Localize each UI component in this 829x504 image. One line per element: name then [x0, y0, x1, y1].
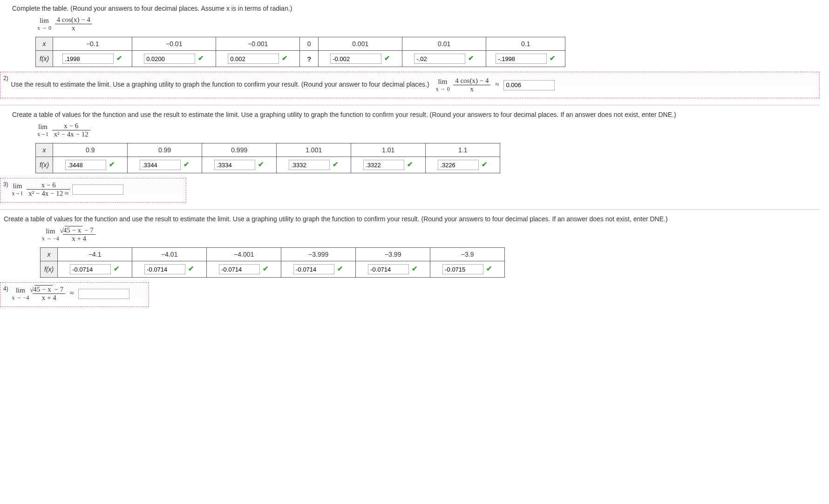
q2-prompt: Use the result to estimate the limit. Us…	[11, 81, 429, 88]
x-col: −0.01	[132, 37, 216, 51]
x-col: 1.001	[277, 143, 351, 157]
fx-input[interactable]	[70, 264, 111, 274]
check-icon: ✔	[486, 265, 492, 273]
x-col: −3.99	[356, 248, 430, 261]
x-col: 1.1	[426, 143, 500, 157]
check-icon: ✔	[116, 54, 122, 62]
x-header: x	[41, 248, 58, 261]
q4-prompt: Create a table of values for the functio…	[4, 215, 820, 223]
check-icon: ✔	[109, 160, 115, 169]
check-icon: ✔	[407, 160, 413, 169]
check-icon: ✔	[550, 54, 556, 62]
fx-header: f(x)	[41, 261, 58, 278]
x-col: −4.1	[58, 248, 132, 261]
check-icon: ✔	[198, 54, 204, 62]
check-icon: ✔	[183, 160, 190, 169]
q4-box: 4) limx → −4 45 − x − 7x + 4 ≈	[0, 282, 149, 307]
x-col: 0.999	[202, 143, 277, 157]
check-icon: ✔	[468, 54, 474, 62]
x-col: −3.999	[281, 248, 356, 261]
center-qmark: ?	[307, 55, 311, 63]
fx-input[interactable]	[293, 264, 334, 274]
check-icon: ✔	[263, 265, 269, 273]
x-col: −4.01	[132, 248, 207, 261]
x-col: 0.1	[486, 37, 565, 51]
q3-box: 3) limx→1 x − 6x² − 4x − 12 ≈	[0, 178, 186, 203]
fx-input[interactable]	[363, 160, 404, 170]
x-col: 0.001	[319, 37, 402, 51]
q3-table: x 0.9 0.99 0.999 1.001 1.01 1.1 f(x) ✔ ✔…	[35, 143, 500, 173]
fx-input[interactable]	[214, 160, 255, 170]
q4-answer-input[interactable]	[78, 289, 129, 299]
q2-number: 2)	[3, 75, 8, 82]
check-icon: ✔	[482, 160, 488, 169]
q1-prompt: Complete the table. (Round your answers …	[12, 5, 820, 12]
q4-number: 4)	[3, 286, 8, 292]
divider	[0, 209, 820, 210]
check-icon: ✔	[384, 54, 390, 62]
fx-input[interactable]	[219, 264, 260, 274]
fx-input[interactable]	[414, 54, 465, 64]
fx-input[interactable]	[65, 160, 106, 170]
divider	[0, 105, 820, 105]
q3-number: 3)	[3, 181, 8, 188]
fx-input[interactable]	[330, 54, 381, 64]
q4-ans-formula: limx → −4 45 − x − 7x + 4 ≈	[12, 286, 77, 302]
x-header: x	[36, 143, 53, 157]
fx-input[interactable]	[438, 160, 479, 170]
x-col: −0.001	[216, 37, 300, 51]
check-icon: ✔	[114, 265, 120, 273]
q3-prompt: Create a table of values for the functio…	[12, 111, 820, 118]
fx-input[interactable]	[144, 54, 195, 64]
x-col: −3.9	[430, 248, 505, 261]
q2-answer-input[interactable]	[503, 80, 555, 90]
fx-header: f(x)	[36, 157, 53, 173]
q3-ans-formula: limx→1 x − 6x² − 4x − 12 ≈	[12, 181, 71, 198]
fx-input[interactable]	[62, 54, 114, 64]
x-col: −4.001	[207, 248, 281, 261]
q2-box: 2) Use the result to estimate the limit.…	[0, 72, 820, 98]
x-header: x	[36, 37, 53, 51]
q4-table: x −4.1 −4.01 −4.001 −3.999 −3.99 −3.9 f(…	[40, 247, 505, 278]
fx-input[interactable]	[144, 264, 185, 274]
x-col: 0.9	[53, 143, 128, 157]
fx-input[interactable]	[442, 264, 483, 274]
check-icon: ✔	[188, 265, 194, 273]
q1-table: x −0.1 −0.01 −0.001 0 0.001 0.01 0.1 f(x…	[35, 37, 565, 67]
check-icon: ✔	[258, 160, 264, 169]
check-icon: ✔	[333, 160, 339, 169]
fx-input[interactable]	[140, 160, 181, 170]
fx-header: f(x)	[36, 51, 53, 67]
fx-input[interactable]	[496, 54, 547, 64]
x-col: 0	[300, 37, 319, 51]
check-icon: ✔	[412, 265, 418, 273]
x-col: 0.99	[128, 143, 202, 157]
check-icon: ✔	[337, 265, 343, 273]
q2-formula: limx → 0 4 cos(x) − 4x ≈	[435, 77, 502, 93]
x-col: −0.1	[53, 37, 132, 51]
check-icon: ✔	[282, 54, 288, 62]
fx-input[interactable]	[289, 160, 330, 170]
fx-input[interactable]	[368, 264, 409, 274]
x-col: 0.01	[402, 37, 486, 51]
fx-input[interactable]	[228, 54, 279, 64]
q3-answer-input[interactable]	[72, 184, 123, 195]
q3-formula: limx→1 x − 6x² − 4x − 12	[37, 122, 820, 138]
x-col: 1.01	[351, 143, 426, 157]
q4-formula: limx → −4 45 − x − 7x + 4	[42, 226, 820, 243]
q1-formula: limx → 0 4 cos(x) − 4x	[37, 16, 820, 32]
